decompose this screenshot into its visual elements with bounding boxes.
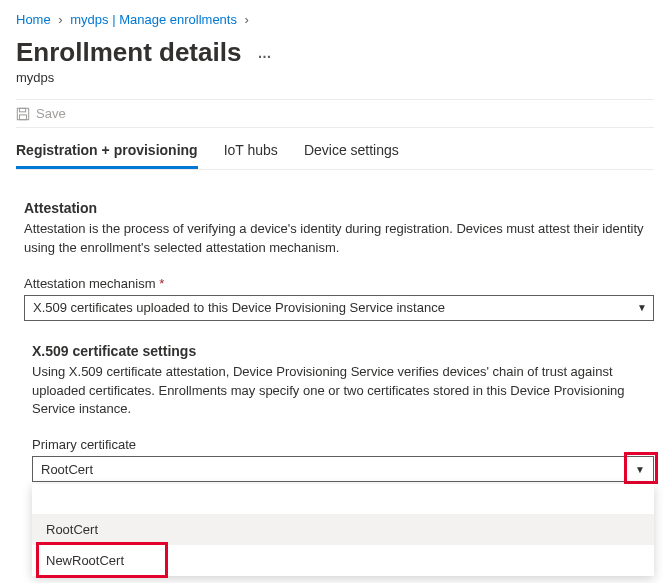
attestation-mechanism-label: Attestation mechanism * bbox=[24, 276, 654, 291]
tab-iot-hubs[interactable]: IoT hubs bbox=[224, 142, 278, 169]
primary-certificate-dropdown: RootCert NewRootCert bbox=[32, 484, 654, 576]
dropdown-option-newrootcert[interactable]: NewRootCert bbox=[32, 545, 654, 576]
chevron-right-icon: › bbox=[245, 12, 249, 27]
chevron-right-icon: › bbox=[58, 12, 62, 27]
save-icon bbox=[16, 107, 30, 121]
attestation-mechanism-select[interactable]: X.509 certificates uploaded to this Devi… bbox=[24, 295, 654, 321]
more-icon[interactable]: … bbox=[257, 45, 272, 61]
page-subtitle: mydps bbox=[16, 70, 654, 85]
chevron-down-icon: ▼ bbox=[635, 464, 645, 475]
breadcrumb-home[interactable]: Home bbox=[16, 12, 51, 27]
svg-rect-2 bbox=[20, 114, 27, 119]
x509-settings-description: Using X.509 certificate attestation, Dev… bbox=[32, 363, 654, 420]
primary-certificate-value: RootCert bbox=[41, 462, 93, 477]
primary-certificate-chevron[interactable]: ▼ bbox=[626, 456, 654, 482]
svg-rect-1 bbox=[20, 108, 26, 112]
attestation-heading: Attestation bbox=[24, 200, 654, 216]
tab-device-settings[interactable]: Device settings bbox=[304, 142, 399, 169]
primary-certificate-select[interactable]: RootCert bbox=[32, 456, 626, 482]
primary-certificate-label: Primary certificate bbox=[32, 437, 654, 452]
tab-registration-provisioning[interactable]: Registration + provisioning bbox=[16, 142, 198, 169]
save-button[interactable]: Save bbox=[36, 106, 66, 121]
dropdown-option-rootcert[interactable]: RootCert bbox=[32, 514, 654, 545]
x509-settings-heading: X.509 certificate settings bbox=[32, 343, 654, 359]
page-title: Enrollment details … bbox=[16, 37, 654, 68]
toolbar: Save bbox=[16, 99, 654, 128]
breadcrumb: Home › mydps | Manage enrollments › bbox=[16, 12, 654, 27]
attestation-mechanism-value: X.509 certificates uploaded to this Devi… bbox=[33, 300, 445, 315]
tabs: Registration + provisioning IoT hubs Dev… bbox=[16, 142, 654, 170]
attestation-description: Attestation is the process of verifying … bbox=[24, 220, 654, 258]
chevron-down-icon: ▼ bbox=[637, 302, 647, 313]
breadcrumb-dps[interactable]: mydps | Manage enrollments bbox=[70, 12, 237, 27]
